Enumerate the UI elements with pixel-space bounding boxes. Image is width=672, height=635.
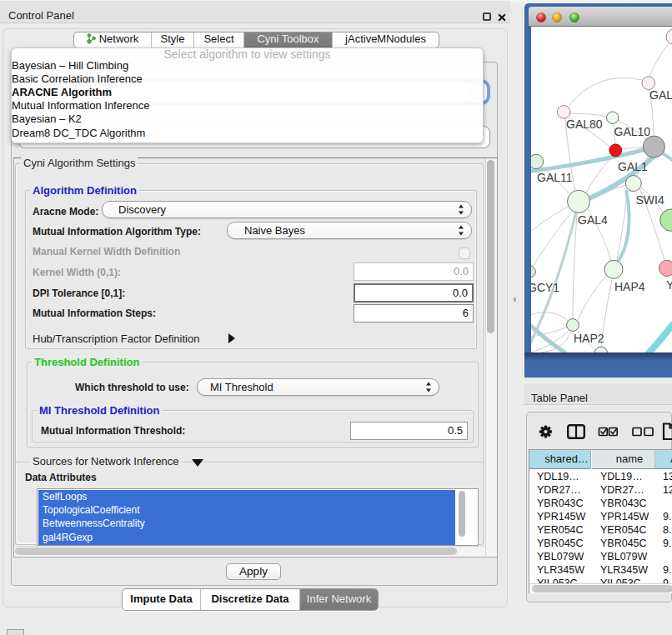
svg-text:GAL1: GAL1 xyxy=(618,160,648,173)
svg-text:GAL11: GAL11 xyxy=(537,171,573,184)
svg-text:YM: YM xyxy=(666,278,672,292)
svg-text:GCY1: GCY1 xyxy=(531,281,559,294)
svg-text:GAL4: GAL4 xyxy=(578,213,608,227)
svg-text:HAP4: HAP4 xyxy=(614,280,645,293)
svg-text:SWI4: SWI4 xyxy=(636,193,664,207)
svg-text:GAL80: GAL80 xyxy=(566,118,603,131)
svg-text:HAP2: HAP2 xyxy=(574,332,604,345)
svg-text:GAL7: GAL7 xyxy=(649,88,672,102)
svg-text:GAL10: GAL10 xyxy=(614,125,651,138)
